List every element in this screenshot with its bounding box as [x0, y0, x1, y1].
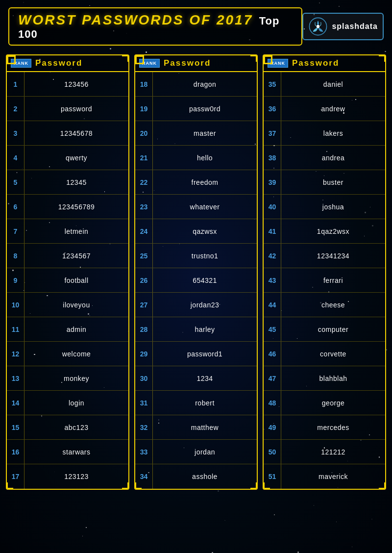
password-cell: 654321	[153, 275, 257, 286]
table-row: 23whatever	[135, 195, 257, 219]
rank-cell: 18	[135, 78, 152, 90]
table-row: 312345678	[7, 121, 128, 146]
col1-rows: 11234562password3123456784qwerty51234561…	[7, 72, 128, 489]
password-cell: 121212	[281, 446, 385, 458]
table-row: 512345	[7, 170, 128, 195]
password-cell: buster	[281, 176, 385, 188]
table-row: 14login	[7, 391, 128, 415]
password-cell: corvette	[281, 348, 385, 360]
table-row: 28harley	[135, 317, 257, 342]
col2-rank-badge: RANK	[139, 59, 160, 68]
main-title: WORST PASSWORDS OF 2017	[18, 12, 253, 27]
rank-cell: 11	[7, 324, 24, 335]
table-row: 37lakers	[264, 121, 385, 146]
password-cell: password1	[153, 348, 257, 360]
password-cell: ferrari	[281, 275, 385, 286]
rank-cell: 9	[7, 275, 24, 286]
rank-cell: 20	[135, 127, 152, 139]
col2-password-label: Password	[164, 58, 211, 68]
password-cell: abc123	[24, 422, 128, 433]
table-row: 4qwerty	[7, 146, 128, 170]
table-row: 44cheese	[264, 293, 385, 317]
table-row: 31robert	[135, 391, 257, 415]
rank-cell: 24	[135, 226, 152, 237]
password-cell: cheese	[281, 299, 385, 311]
password-cell: jordan	[153, 446, 257, 458]
password-cell: starwars	[24, 446, 128, 458]
password-cell: harley	[153, 324, 257, 335]
table-row: 18dragon	[135, 72, 257, 97]
col2-header: RANK Password	[135, 55, 257, 72]
col2-rows: 18dragon19passw0rd20master21hello22freed…	[135, 72, 257, 489]
rank-cell: 44	[264, 299, 281, 311]
table-row: 29password1	[135, 342, 257, 366]
col3-rows: 35daniel36andrew37lakers38andrea39buster…	[264, 72, 385, 489]
rank-cell: 13	[7, 373, 24, 384]
svg-point-1	[317, 25, 319, 28]
table-row: 2password	[7, 97, 128, 121]
password-cell: 12345	[24, 176, 128, 188]
password-cell: passw0rd	[153, 103, 257, 115]
table-row: 36andrew	[264, 97, 385, 121]
rank-cell: 16	[7, 446, 24, 458]
password-cell: lakers	[281, 127, 385, 139]
rank-cell: 6	[7, 201, 24, 213]
rank-cell: 39	[264, 176, 281, 188]
table-row: 25trustno1	[135, 244, 257, 268]
table-row: 15abc123	[7, 415, 128, 440]
password-cell: football	[24, 275, 128, 286]
password-cell: maverick	[281, 471, 385, 482]
table-row: 20master	[135, 121, 257, 146]
column-2: RANK Password 18dragon19passw0rd20master…	[134, 54, 258, 490]
column-1: RANK Password 11234562password3123456784…	[6, 54, 129, 490]
password-cell: 123123	[24, 471, 128, 482]
rank-cell: 46	[264, 348, 281, 360]
col1-rank-badge: RANK	[11, 59, 31, 68]
rank-cell: 1	[7, 78, 24, 90]
password-cell: asshole	[153, 471, 257, 482]
rank-cell: 27	[135, 299, 152, 311]
table-row: 43ferrari	[264, 268, 385, 293]
password-cell: 1234567	[24, 250, 128, 262]
table-row: 46corvette	[264, 342, 385, 366]
table-row: 13monkey	[7, 366, 128, 391]
page-header: WORST PASSWORDS OF 2017 Top 100 splashda…	[6, 7, 386, 46]
table-row: 27jordan23	[135, 293, 257, 317]
table-row: 19passw0rd	[135, 97, 257, 121]
rank-cell: 8	[7, 250, 24, 262]
password-cell: admin	[24, 324, 128, 335]
password-cell: daniel	[281, 78, 385, 90]
table-row: 22freedom	[135, 170, 257, 195]
rank-cell: 14	[7, 397, 24, 409]
table-row: 81234567	[7, 244, 128, 268]
rank-cell: 33	[135, 446, 152, 458]
table-row: 11admin	[7, 317, 128, 342]
rank-cell: 21	[135, 152, 152, 164]
table-row: 6123456789	[7, 195, 128, 219]
password-cell: letmein	[24, 226, 128, 237]
table-row: 48george	[264, 391, 385, 415]
rank-cell: 37	[264, 127, 281, 139]
rank-cell: 49	[264, 422, 281, 433]
title-box: WORST PASSWORDS OF 2017 Top 100	[8, 7, 302, 46]
rank-cell: 34	[135, 471, 152, 482]
rank-cell: 4	[7, 152, 24, 164]
table-row: 301234	[135, 366, 257, 391]
table-row: 33jordan	[135, 440, 257, 464]
password-cell: george	[281, 397, 385, 409]
rank-cell: 26	[135, 275, 152, 286]
rank-cell: 22	[135, 176, 152, 188]
rank-cell: 2	[7, 103, 24, 115]
password-cell: freedom	[153, 176, 257, 188]
table-row: 21hello	[135, 146, 257, 170]
password-cell: 12341234	[281, 250, 385, 262]
table-row: 4212341234	[264, 244, 385, 268]
table-row: 45computer	[264, 317, 385, 342]
password-cell: andrea	[281, 152, 385, 164]
table-row: 9football	[7, 268, 128, 293]
rank-cell: 19	[135, 103, 152, 115]
table-row: 32matthew	[135, 415, 257, 440]
rank-cell: 47	[264, 373, 281, 384]
password-cell: 1234	[153, 373, 257, 384]
table-row: 34asshole	[135, 464, 257, 489]
